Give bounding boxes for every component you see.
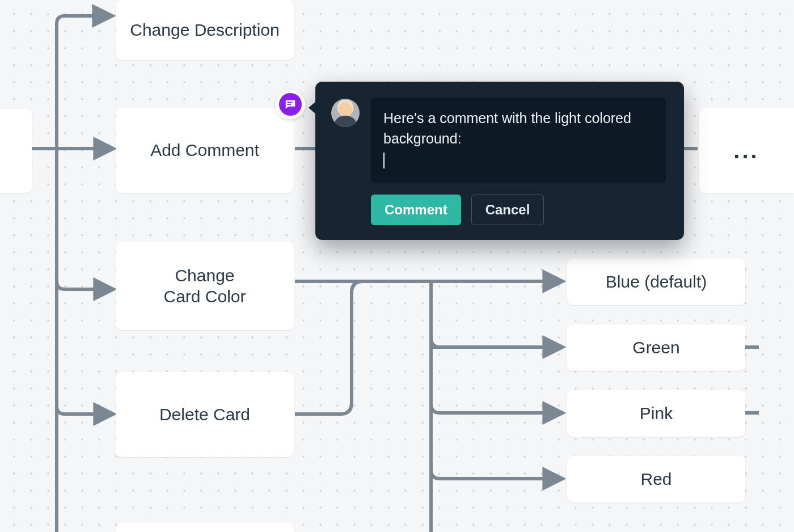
text-cursor <box>383 153 385 168</box>
comment-submit-button[interactable]: Comment <box>371 195 461 225</box>
comment-text: Here's a comment with the light colored … <box>383 110 631 146</box>
card-add-comment[interactable]: Add Comment <box>116 108 294 193</box>
svg-rect-1 <box>288 104 291 105</box>
card-label: Change Card Color <box>163 265 246 307</box>
card-color-pink[interactable]: Pink <box>567 390 745 437</box>
card-color-red[interactable]: Red <box>567 456 745 503</box>
card-overflow[interactable]: ... <box>699 108 794 193</box>
ellipsis-icon: ... <box>733 136 759 164</box>
card-label: Red <box>640 468 671 490</box>
card-change-card-color[interactable]: Change Card Color <box>116 242 294 330</box>
comment-indicator[interactable] <box>276 90 305 119</box>
card-label: Pink <box>640 403 673 424</box>
card-delete-card[interactable]: Delete Card <box>116 372 294 457</box>
card-label: Green <box>632 337 679 358</box>
card-color-blue[interactable]: Blue (default) <box>567 259 745 305</box>
avatar <box>331 99 360 127</box>
comment-popover: Here's a comment with the light colored … <box>315 82 684 240</box>
popover-arrow <box>309 101 316 115</box>
card-change-description[interactable]: Change Description <box>116 0 294 60</box>
comment-icon <box>279 93 302 116</box>
card-label: Change Description <box>130 19 279 41</box>
card-label: Delete Card <box>159 404 250 425</box>
comment-input[interactable]: Here's a comment with the light colored … <box>371 98 666 183</box>
card-label: Add Comment <box>150 140 259 161</box>
svg-rect-0 <box>288 102 293 103</box>
card-next-stub[interactable] <box>116 523 294 532</box>
card-root-stub[interactable] <box>0 109 32 193</box>
card-color-green[interactable]: Green <box>567 324 745 371</box>
comment-cancel-button[interactable]: Cancel <box>471 195 544 225</box>
card-label: Blue (default) <box>606 271 707 293</box>
